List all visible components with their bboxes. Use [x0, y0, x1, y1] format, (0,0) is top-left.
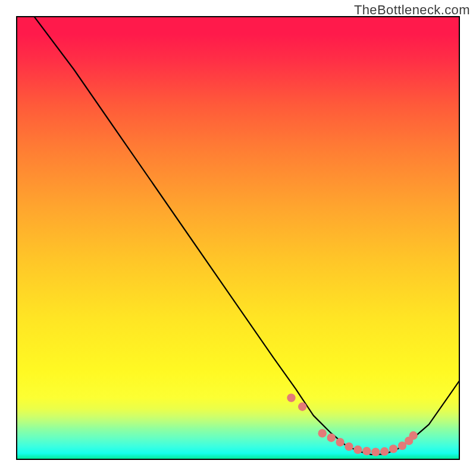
valley-dot [336, 438, 344, 446]
valley-dot [287, 393, 295, 402]
valley-dot [362, 447, 371, 455]
valley-dot [380, 447, 389, 456]
valley-dot [345, 442, 353, 450]
plot-area [16, 16, 460, 460]
valley-dot [298, 402, 306, 411]
valley-dot [353, 446, 362, 454]
valley-dot [327, 434, 336, 442]
bottleneck-curve [34, 16, 460, 455]
chart-root: TheBottleneck.com [0, 0, 476, 476]
valley-dot [318, 429, 327, 437]
valley-dot [389, 444, 397, 453]
valley-dot [409, 431, 418, 440]
valley-dot [371, 447, 380, 456]
curve-layer [16, 16, 460, 460]
watermark-text: TheBottleneck.com [354, 2, 470, 18]
valley-dots-group [287, 393, 418, 456]
